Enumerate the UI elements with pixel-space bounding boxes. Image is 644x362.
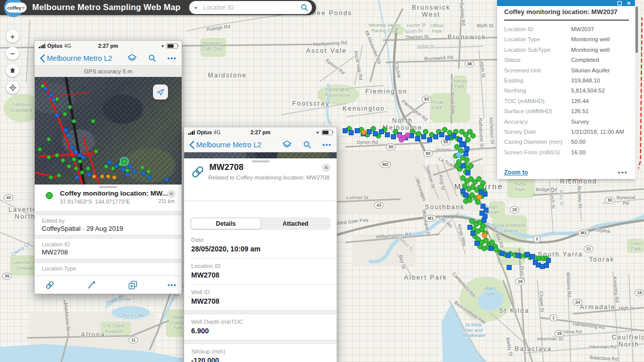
drag-handle <box>252 160 270 162</box>
monitoring-marker-blue[interactable] <box>482 192 488 197</box>
monitoring-marker-green[interactable] <box>454 163 460 169</box>
attribute-row: Location TypeMonitoring well <box>504 34 631 44</box>
zoom-out-button[interactable]: − <box>6 47 19 60</box>
monitoring-marker-blue[interactable] <box>427 137 432 142</box>
scrollbar-thumb[interactable] <box>635 7 638 53</box>
phone-map-marker <box>67 133 71 137</box>
dock-panel-button[interactable] <box>617 1 622 6</box>
monitoring-marker-blue[interactable] <box>433 134 438 139</box>
page-title: Melbourne Metro Sampling Web Map <box>32 3 181 12</box>
attribute-row: TOC (mMMHD)126.44 <box>504 96 631 106</box>
monitoring-marker-blue[interactable] <box>489 246 494 251</box>
monitoring-marker-magenta[interactable] <box>405 133 411 138</box>
monitoring-marker-blue[interactable] <box>500 251 505 256</box>
related-fields-list: Date28/05/2020, 10:09 amLocation IDMW270… <box>184 232 337 362</box>
monitoring-marker-blue[interactable] <box>367 129 372 134</box>
monitoring-marker-blue[interactable] <box>460 163 465 168</box>
field-block: Date28/05/2020, 10:09 am <box>184 232 337 258</box>
monitoring-marker-green[interactable] <box>423 129 429 135</box>
locate-button[interactable] <box>6 81 19 94</box>
close-panel-button[interactable]: ✕ <box>627 1 631 6</box>
phone-map-marker <box>70 145 74 149</box>
monitoring-marker-blue[interactable] <box>343 128 348 133</box>
monitoring-marker-blue[interactable] <box>349 130 354 135</box>
zoom-to-link[interactable]: Zoom to <box>504 169 528 176</box>
monitoring-marker-blue[interactable] <box>546 258 551 263</box>
plus-icon: + <box>11 32 15 41</box>
monitoring-marker-blue[interactable] <box>391 134 396 139</box>
divider <box>35 259 182 263</box>
monitoring-marker-green[interactable] <box>468 163 474 169</box>
phone-map-marker <box>68 105 72 110</box>
search-source-caret-icon[interactable]: ▾ <box>189 5 202 11</box>
zoom-in-button[interactable]: + <box>6 30 19 43</box>
panel-scrollbar[interactable] <box>635 0 638 179</box>
monitoring-marker-blue[interactable] <box>373 131 378 136</box>
gps-accuracy-banner: GPS accuracy 5 m <box>35 66 182 77</box>
home-button[interactable] <box>6 64 19 77</box>
monitoring-marker-orange[interactable] <box>482 233 488 238</box>
monitoring-marker-blue[interactable] <box>481 218 487 223</box>
monitoring-marker-orange[interactable] <box>476 195 482 200</box>
phone-map-marker <box>86 166 91 171</box>
target-icon <box>9 84 17 92</box>
search-input[interactable] <box>202 4 297 12</box>
monitoring-marker-blue[interactable] <box>463 151 468 156</box>
monitoring-marker-blue[interactable] <box>470 231 475 236</box>
attribute-label: Casing Diameter (mm) <box>504 137 571 147</box>
monitoring-marker-blue[interactable] <box>465 170 470 175</box>
monitoring-marker-green[interactable] <box>416 131 422 137</box>
field-block: Well IDMW2708 <box>184 285 337 310</box>
monitoring-marker-blue[interactable] <box>355 128 360 133</box>
monitoring-marker-blue[interactable] <box>421 134 426 139</box>
monitoring-marker-blue[interactable] <box>463 193 468 198</box>
monitoring-marker-blue[interactable] <box>445 135 450 140</box>
field-label: Location ID <box>191 263 330 269</box>
monitoring-marker-blue[interactable] <box>464 146 469 151</box>
monitoring-marker-blue[interactable] <box>385 132 390 137</box>
monitoring-marker-orange[interactable] <box>361 130 367 135</box>
monitoring-marker-green[interactable] <box>467 198 473 203</box>
monitoring-marker-blue[interactable] <box>379 129 384 134</box>
monitoring-marker-cyan[interactable] <box>456 152 462 158</box>
coffey-logo: coffey➤ <box>6 3 27 13</box>
attribute-row: Screened UnitSilurian Aquifer <box>504 65 631 75</box>
monitoring-marker-blue[interactable] <box>530 254 535 259</box>
monitoring-marker-green[interactable] <box>470 133 476 139</box>
monitoring-marker-magenta[interactable] <box>399 137 405 143</box>
panel-more-button[interactable]: ••• <box>618 168 628 176</box>
phone-map-marker <box>81 155 85 159</box>
monitoring-marker-blue[interactable] <box>516 253 521 258</box>
monitoring-marker-blue[interactable] <box>525 252 530 257</box>
search-button[interactable] <box>297 4 312 12</box>
monitoring-marker-green[interactable] <box>475 200 481 205</box>
monitoring-marker-blue[interactable] <box>415 136 420 141</box>
monitoring-marker-blue[interactable] <box>544 263 549 268</box>
monitoring-marker-blue[interactable] <box>467 225 472 230</box>
field-label: Well ID <box>191 289 330 295</box>
phone-map-marker <box>114 164 118 168</box>
phone-screenshot-2[interactable]: Optus 4G 2:27 pm ➤ Melbourne Metro L2 ••… <box>184 127 337 362</box>
phone-map-marker <box>44 87 48 91</box>
phone-screenshot-1[interactable]: Optus 4G 2:27 pm ➤ Melbourne Metro L2 ••… <box>34 40 182 294</box>
phone-map-marker <box>74 150 78 154</box>
more-icon: ••• <box>168 281 177 289</box>
monitoring-marker-blue[interactable] <box>439 132 444 137</box>
field-value: MW2708 <box>42 248 68 256</box>
attribute-label: Screen From (mBGS) <box>504 147 571 157</box>
attribute-row: Location SubTypeMonitoring well <box>504 45 631 55</box>
attribute-row: Screen From (mBGS)16.00 <box>504 147 631 157</box>
monitoring-marker-blue[interactable] <box>459 142 464 147</box>
monitoring-marker-blue[interactable] <box>506 253 511 258</box>
phone1-satellite-map: + <box>35 77 182 185</box>
phone-map-marker <box>121 167 125 171</box>
monitoring-marker-blue[interactable] <box>507 265 512 270</box>
phone-map-marker <box>78 159 83 164</box>
attribute-label: Location SubType <box>504 45 571 55</box>
phone-map-marker <box>67 164 71 169</box>
monitoring-marker-green[interactable] <box>464 157 470 163</box>
monitoring-marker-blue[interactable] <box>451 133 456 138</box>
monitoring-marker-blue[interactable] <box>474 241 479 246</box>
attribute-value: 1/31/2018, 11:00 AM <box>571 127 631 137</box>
phone-map-marker <box>140 165 145 170</box>
